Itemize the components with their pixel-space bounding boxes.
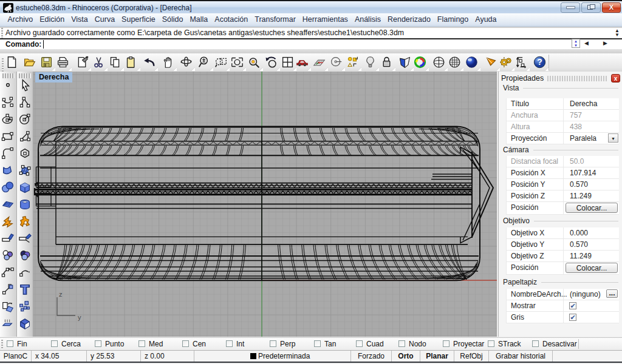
svg-text:y: y [78,314,81,321]
svg-text:z: z [59,291,63,298]
svg-text:?: ? [537,57,542,67]
